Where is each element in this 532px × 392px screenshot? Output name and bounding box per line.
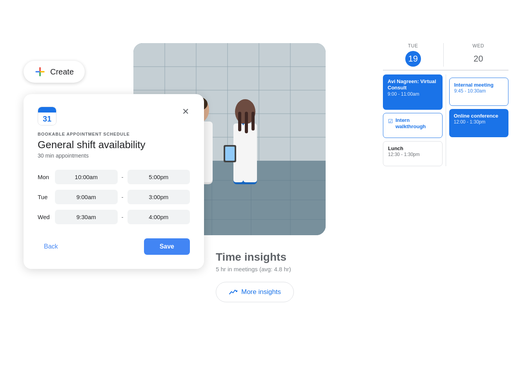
more-insights-button[interactable]: More insights — [216, 282, 294, 302]
save-button[interactable]: Save — [144, 238, 190, 255]
create-label: Create — [50, 67, 74, 76]
time-dash-wed: - — [122, 214, 124, 220]
event-avi-title: Avi Nagreen: Virtual Consult — [388, 78, 438, 92]
google-plus-icon — [35, 66, 46, 77]
event-lunch[interactable]: Lunch 12:30 - 1:30pm — [383, 141, 443, 166]
calendar-divider — [383, 70, 508, 71]
checkmark-icon: ☑ — [388, 118, 393, 125]
wed-events: Internal meeting 9:45 - 10:30am Online c… — [446, 74, 509, 166]
create-button[interactable]: Create — [24, 61, 85, 83]
close-button[interactable]: ✕ — [181, 107, 190, 117]
tue-events: Avi Nagreen: Virtual Consult 9:00 - 11:0… — [383, 74, 443, 166]
schedule-row-tue: Tue 9:00am - 3:00pm — [38, 190, 190, 204]
card-title: General shift availability — [38, 139, 190, 151]
tue-end-time[interactable]: 3:00pm — [128, 190, 190, 204]
svg-rect-33 — [238, 112, 241, 131]
mon-end-time[interactable]: 5:00pm — [128, 170, 190, 184]
wed-number: 20 — [470, 51, 486, 67]
event-avi-nagreen[interactable]: Avi Nagreen: Virtual Consult 9:00 - 11:0… — [383, 74, 443, 110]
insights-chart-icon — [229, 288, 237, 296]
event-internal-title: Internal meeting — [454, 82, 504, 89]
back-button[interactable]: Back — [38, 239, 64, 254]
event-conference-title: Online conference — [454, 113, 504, 120]
calendar-panel: TUE 19 WED 20 Avi Nagreen: Virtual Consu… — [383, 43, 508, 166]
card-duration: 30 min appointments — [38, 152, 190, 159]
main-scene: Create — [0, 0, 532, 392]
wed-label: WED — [448, 43, 509, 49]
card-actions: Back Save — [38, 238, 190, 255]
event-lunch-time: 12:30 - 1:30pm — [388, 152, 437, 158]
insights-title: Time insights — [216, 251, 294, 263]
event-intern-walkthrough[interactable]: ☑ Intern walkthrough — [383, 113, 443, 138]
tue-start-time[interactable]: 9:00am — [55, 190, 118, 204]
calendar-events: Avi Nagreen: Virtual Consult 9:00 - 11:0… — [383, 74, 508, 166]
event-intern-title: Intern walkthrough — [395, 117, 437, 131]
event-internal-time: 9:45 - 10:30am — [454, 88, 504, 94]
tue-column-header: TUE 19 — [383, 43, 443, 67]
day-wed: Wed — [38, 214, 55, 220]
time-dash-tue: - — [122, 194, 124, 200]
schedule-row-mon: Mon 10:00am - 5:00pm — [38, 170, 190, 184]
more-insights-label: More insights — [241, 288, 281, 296]
event-internal-meeting[interactable]: Internal meeting 9:45 - 10:30am — [449, 78, 509, 106]
svg-rect-34 — [245, 112, 248, 133]
tue-number: 19 — [405, 51, 421, 67]
event-avi-time: 9:00 - 11:00am — [388, 91, 438, 98]
event-online-conference[interactable]: Online conference 12:00 - 1:30pm — [449, 109, 509, 137]
mon-start-time[interactable]: 10:00am — [55, 170, 118, 184]
calendar-header: TUE 19 WED 20 — [383, 43, 508, 67]
schedule-row-wed: Wed 9:30am - 4:00pm — [38, 210, 190, 224]
svg-rect-35 — [251, 112, 255, 131]
tue-label: TUE — [383, 43, 443, 49]
wed-column-header: WED 20 — [443, 43, 509, 67]
event-lunch-title: Lunch — [388, 145, 437, 152]
event-conference-time: 12:00 - 1:30pm — [454, 119, 504, 125]
svg-rect-37 — [225, 147, 235, 161]
card-header: 31 ✕ — [38, 107, 190, 125]
google-calendar-icon: 31 — [38, 107, 56, 125]
event-intern-content: ☑ Intern walkthrough — [388, 117, 437, 131]
wed-start-time[interactable]: 9:30am — [55, 210, 118, 224]
insights-subtitle: 5 hr in meetings (avg: 4.8 hr) — [216, 266, 294, 272]
appointment-card: 31 ✕ BOOKABLE APPOINTMENT SCHEDULE Gener… — [24, 94, 204, 269]
wed-end-time[interactable]: 4:00pm — [128, 210, 190, 224]
day-mon: Mon — [38, 174, 55, 180]
time-dash-mon: - — [122, 174, 124, 180]
day-tue: Tue — [38, 194, 55, 200]
card-subtitle: BOOKABLE APPOINTMENT SCHEDULE — [38, 132, 190, 136]
insights-panel: Time insights 5 hr in meetings (avg: 4.8… — [216, 251, 294, 302]
